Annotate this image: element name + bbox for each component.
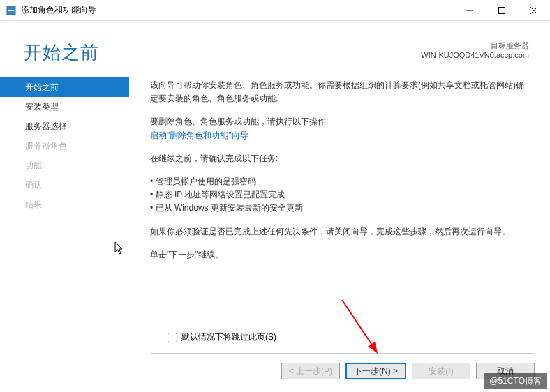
watermark: @51CTO博客 [484, 373, 547, 389]
nav-before-you-begin[interactable]: 开始之前 [0, 77, 129, 97]
page-title: 开始之前 [24, 40, 99, 65]
nav-server-roles: 服务器角色 [0, 136, 129, 156]
body: 开始之前 安装类型 服务器选择 服务器角色 功能 确认 结果 该向导可帮助你安装… [0, 77, 550, 271]
nav-features: 功能 [0, 156, 129, 175]
list-item: 管理员帐户使用的是强密码 [150, 175, 529, 188]
minimize-button[interactable] [454, 0, 486, 21]
server-info: 目标服务器 WIN-KUJOQD41VN0.accp.com [421, 40, 529, 59]
titlebar: 添加角色和功能向导 [0, 0, 550, 21]
server-name: WIN-KUJOQD41VN0.accp.com [421, 51, 529, 59]
prereq-list: 管理员帐户使用的是强密码 静态 IP 地址等网络设置已配置完成 已从 Windo… [150, 175, 529, 216]
verify-text: 如果你必须验证是否已完成上述任何先决条件，请关闭向导，完成这些步骤，然后再次运行… [150, 225, 529, 239]
remove-roles-link[interactable]: 启动"删除角色和功能"向导 [150, 129, 529, 142]
svg-rect-3 [499, 7, 505, 13]
install-button: 安装(I) [412, 363, 470, 379]
footer: < 上一步(P) 下一步(N) > 安装(I) 取消 [0, 359, 550, 384]
list-item: 已从 Windows 更新安装最新的安全更新 [150, 202, 529, 215]
server-label: 目标服务器 [421, 40, 529, 51]
content: 该向导可帮助你安装角色、角色服务或功能。你需要根据组织的计算要求(例如共享文档或… [129, 77, 529, 271]
svg-rect-1 [8, 10, 14, 11]
nav-installation-type[interactable]: 安装类型 [0, 97, 129, 116]
close-button[interactable] [518, 0, 550, 21]
nav-results: 结果 [0, 195, 129, 214]
remove-section: 要删除角色、角色服务或功能，请执行以下操作: 启动"删除角色和功能"向导 [150, 115, 529, 142]
window-title: 添加角色和功能向导 [21, 4, 96, 16]
maximize-button[interactable] [486, 0, 518, 21]
skip-checkbox-row: 默认情况下将跳过此页(S) [168, 331, 276, 343]
next-hint: 单击"下一步"继续。 [150, 248, 529, 262]
annotation-arrow [335, 293, 405, 366]
app-icon [6, 5, 17, 16]
svg-line-6 [342, 300, 377, 352]
skip-checkbox-label[interactable]: 默认情况下将跳过此页(S) [181, 331, 276, 343]
header: 开始之前 目标服务器 WIN-KUJOQD41VN0.accp.com [0, 21, 550, 77]
confirm-label: 在继续之前，请确认完成以下任务: [150, 152, 529, 165]
sidebar: 开始之前 安装类型 服务器选择 服务器角色 功能 确认 结果 [0, 77, 129, 271]
list-item: 静态 IP 地址等网络设置已配置完成 [150, 188, 529, 202]
remove-label: 要删除角色、角色服务或功能，请执行以下操作: [150, 115, 529, 128]
window-controls [454, 0, 550, 21]
separator [151, 353, 535, 354]
skip-checkbox[interactable] [168, 333, 177, 342]
nav-confirmation: 确认 [0, 175, 129, 195]
intro-text: 该向导可帮助你安装角色、角色服务或功能。你需要根据组织的计算要求(例如共享文档或… [150, 79, 529, 105]
nav-server-selection[interactable]: 服务器选择 [0, 116, 129, 136]
next-button[interactable]: 下一步(N) > [345, 363, 406, 379]
previous-button: < 上一步(P) [281, 363, 340, 379]
